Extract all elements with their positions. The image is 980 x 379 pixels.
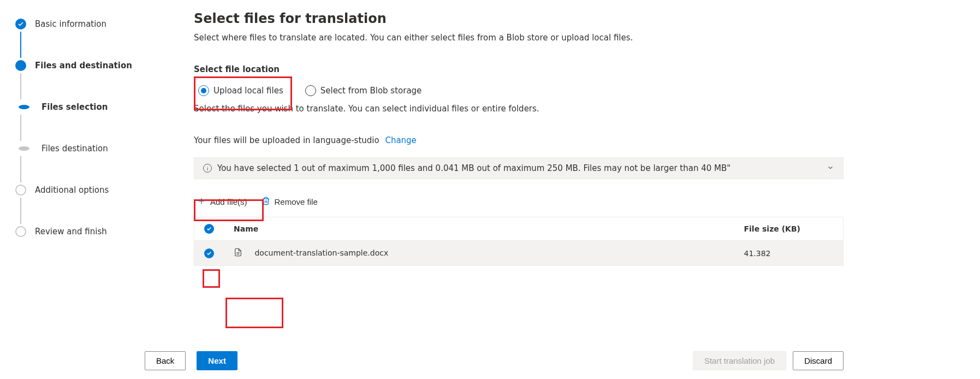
wizard-step-basic-information[interactable]: Basic information xyxy=(15,16,158,32)
check-circle-icon xyxy=(15,19,26,29)
radio-blob-storage[interactable]: Select from Blob storage xyxy=(301,82,426,99)
row-size-cell: 41.382 xyxy=(734,241,844,266)
info-banner-text: You have selected 1 out of maximum 1,000… xyxy=(217,163,821,173)
wizard-sidebar: Basic information Files and destination … xyxy=(0,0,169,379)
main-content: Select files for translation Select wher… xyxy=(169,0,980,379)
back-button[interactable]: Back xyxy=(145,351,186,370)
wizard-substep-files-dest[interactable]: Files destination xyxy=(15,141,158,156)
file-location-radio-group: Upload local files Select from Blob stor… xyxy=(194,82,844,99)
row-checkbox-cell[interactable] xyxy=(194,241,224,266)
substep-dot-icon xyxy=(19,146,29,151)
radio-icon xyxy=(198,85,209,96)
discard-button[interactable]: Discard xyxy=(793,351,844,370)
wizard-step-label: Additional options xyxy=(35,185,109,195)
upload-note: Your files will be uploaded in language-… xyxy=(194,135,844,145)
radio-icon xyxy=(305,85,316,96)
wizard-step-label: Files and destination xyxy=(35,61,132,70)
chevron-down-icon xyxy=(827,164,834,173)
page-title: Select files for translation xyxy=(194,11,844,26)
select-all-header[interactable] xyxy=(194,217,224,241)
table-row[interactable]: document-translation-sample.docx 41.382 xyxy=(194,241,844,266)
wizard-step-additional-options[interactable]: Additional options xyxy=(15,182,158,198)
table-header-row: Name File size (KB) xyxy=(194,217,844,241)
column-size[interactable]: File size (KB) xyxy=(734,217,844,241)
wizard-step-label: Basic information xyxy=(35,19,106,29)
wizard-step-files-destination[interactable]: Files and destination xyxy=(15,58,158,73)
helper-text: Select the files you wish to translate. … xyxy=(194,104,844,114)
page-description: Select where files to translate are loca… xyxy=(194,33,844,43)
current-step-icon xyxy=(15,60,26,71)
future-step-icon xyxy=(15,226,26,237)
radio-upload-local[interactable]: Upload local files xyxy=(194,82,288,99)
file-location-label: Select file location xyxy=(194,64,844,74)
start-translation-button: Start translation job xyxy=(693,351,786,370)
upload-note-text: Your files will be uploaded in language-… xyxy=(194,135,379,145)
wizard-connector xyxy=(20,32,21,58)
wizard-connector xyxy=(20,73,21,99)
file-toolbar: Add file(s) Remove file xyxy=(194,194,844,209)
plus-icon xyxy=(197,197,206,207)
info-banner[interactable]: i You have selected 1 out of maximum 1,0… xyxy=(194,157,844,179)
next-button[interactable]: Next xyxy=(197,351,237,370)
wizard-substep-files-selection[interactable]: Files selection xyxy=(15,99,158,115)
row-file-name: document-translation-sample.docx xyxy=(254,248,388,257)
remove-file-label: Remove file xyxy=(275,197,318,206)
radio-label: Upload local files xyxy=(213,86,283,96)
trash-icon xyxy=(262,197,270,207)
future-step-icon xyxy=(15,185,26,196)
check-circle-icon xyxy=(204,224,214,234)
row-name-cell: document-translation-sample.docx xyxy=(224,241,734,266)
wizard-connector xyxy=(20,156,21,182)
add-files-button[interactable]: Add file(s) xyxy=(194,194,252,209)
wizard-connector xyxy=(20,198,21,224)
wizard-step-review-finish[interactable]: Review and finish xyxy=(15,224,158,239)
wizard-step-label: Files destination xyxy=(41,144,108,153)
wizard-footer: Back Next Start translation job Discard xyxy=(169,351,980,370)
wizard-connector xyxy=(20,115,21,141)
file-table: Name File size (KB) document-translation… xyxy=(194,217,844,266)
wizard-step-label: Files selection xyxy=(41,102,108,112)
add-files-label: Add file(s) xyxy=(210,197,247,206)
wizard-step-label: Review and finish xyxy=(35,227,107,236)
change-link[interactable]: Change xyxy=(385,135,416,145)
document-icon xyxy=(234,250,245,259)
remove-file-button[interactable]: Remove file xyxy=(258,194,322,209)
radio-label: Select from Blob storage xyxy=(320,86,422,96)
check-circle-icon xyxy=(204,248,214,258)
substep-dot-icon xyxy=(19,105,29,109)
info-icon: i xyxy=(203,164,212,173)
column-name[interactable]: Name xyxy=(224,217,734,241)
